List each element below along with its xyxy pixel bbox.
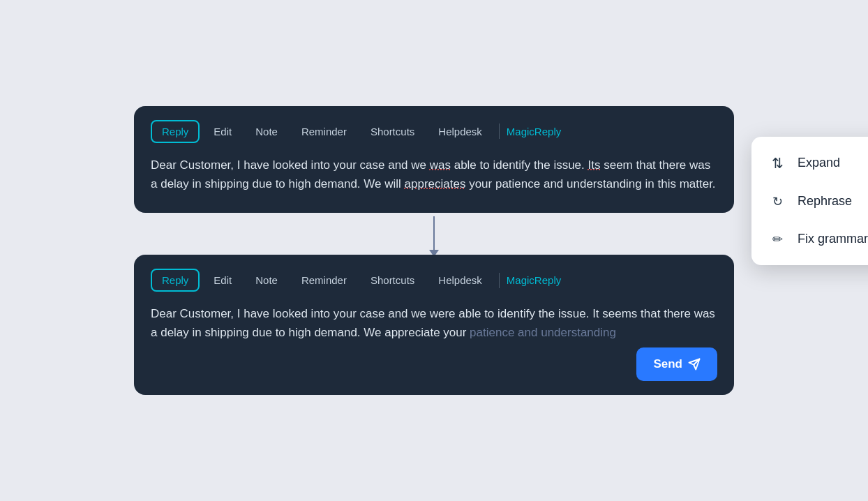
bottom-tab-bar: Reply Edit Note Reminder Shortcuts Helpd…: [151, 269, 717, 292]
bottom-panel: Reply Edit Note Reminder Shortcuts Helpd…: [134, 255, 734, 395]
tab-shortcuts-top[interactable]: Shortcuts: [361, 121, 424, 142]
tab-reply-top[interactable]: Reply: [151, 120, 200, 143]
bottom-content-wrapper: Dear Customer, I have looked into your c…: [151, 304, 717, 375]
tab-note-bottom[interactable]: Note: [246, 270, 287, 290]
dropdown-item-rephrase[interactable]: ↻ Rephrase: [751, 183, 868, 220]
dropdown-item-fix-grammar[interactable]: ✏ Fix grammar: [751, 220, 868, 258]
dropdown-menu: ⇅ Expand ↻ Rephrase ✏ Fix grammar: [751, 137, 868, 265]
bottom-faded-text: patience and understanding: [470, 326, 616, 339]
top-content-area: Dear Customer, I have looked into your c…: [151, 156, 717, 193]
rephrase-label: Rephrase: [798, 194, 852, 209]
error-word-1: was: [430, 158, 451, 172]
tab-reminder-bottom[interactable]: Reminder: [292, 270, 357, 290]
tab-magic-reply-bottom[interactable]: MagicReply: [507, 274, 561, 286]
top-panel: Reply Edit Note Reminder Shortcuts Helpd…: [134, 106, 734, 213]
send-icon: [688, 358, 701, 371]
connector: [433, 213, 435, 255]
tab-magic-reply-top[interactable]: MagicReply: [507, 126, 561, 137]
bottom-content-area: Dear Customer, I have looked into your c…: [151, 304, 717, 375]
tab-divider-top: [499, 124, 500, 139]
tab-helpdesk-top[interactable]: Helpdesk: [428, 121, 492, 142]
tab-shortcuts-bottom[interactable]: Shortcuts: [361, 270, 424, 290]
tab-divider-bottom: [499, 273, 500, 288]
rephrase-icon: ↻: [768, 194, 786, 209]
fix-grammar-icon: ✏: [768, 232, 786, 247]
bottom-main-text: Dear Customer, I have looked into your c…: [151, 307, 715, 339]
send-label: Send: [653, 357, 682, 371]
tab-note-top[interactable]: Note: [246, 121, 287, 142]
fix-grammar-label: Fix grammar: [798, 232, 868, 246]
top-tab-bar: Reply Edit Note Reminder Shortcuts Helpd…: [151, 120, 717, 143]
tab-edit-bottom[interactable]: Edit: [204, 270, 241, 290]
expand-icon: ⇅: [768, 155, 786, 172]
send-button[interactable]: Send: [636, 347, 717, 381]
connector-line: [433, 216, 435, 251]
tab-reminder-top[interactable]: Reminder: [292, 121, 357, 142]
tab-helpdesk-bottom[interactable]: Helpdesk: [428, 270, 492, 290]
expand-label: Expand: [798, 156, 840, 170]
error-word-2: Its: [588, 158, 601, 172]
error-word-3: appreciates: [405, 177, 466, 190]
tab-reply-bottom[interactable]: Reply: [151, 269, 200, 292]
tab-edit-top[interactable]: Edit: [204, 121, 241, 142]
dropdown-item-expand[interactable]: ⇅ Expand: [751, 144, 868, 183]
